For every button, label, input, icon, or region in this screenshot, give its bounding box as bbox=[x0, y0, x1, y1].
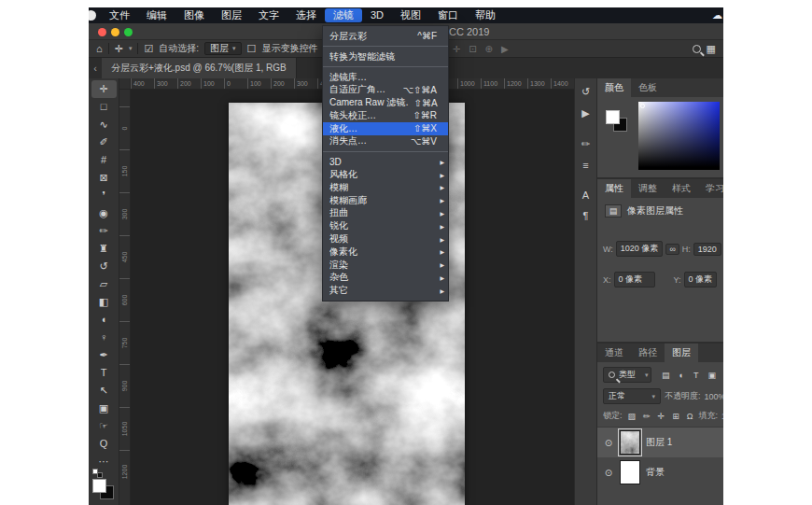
fill-value[interactable]: 100% bbox=[721, 412, 723, 421]
color-gradient-picker[interactable] bbox=[638, 102, 720, 170]
filter-menu-item[interactable]: 模糊画廊 ▶ bbox=[323, 194, 448, 207]
chevron-down-icon[interactable]: ▾ bbox=[129, 45, 133, 52]
quick-selection-tool-icon[interactable]: ✐ bbox=[91, 133, 117, 151]
filter-menu-item[interactable]: 分层云彩 ^⌘F bbox=[323, 30, 448, 43]
menubar-item[interactable]: 帮助 bbox=[467, 8, 504, 22]
healing-brush-tool-icon[interactable]: ◉ bbox=[91, 204, 117, 222]
search-icon[interactable] bbox=[693, 45, 701, 53]
filter-menu-item[interactable]: Camera Raw 滤镜… ⇧⌘A bbox=[323, 96, 448, 109]
clone-source-panel-icon[interactable]: ≡ bbox=[578, 160, 595, 171]
filter-menu-item[interactable]: 视频 ▶ bbox=[323, 232, 448, 245]
workspace-switcher-icon[interactable]: ▦ bbox=[707, 43, 716, 55]
layer-name[interactable]: 图层 1 bbox=[646, 436, 672, 449]
menubar-item[interactable]: 编辑 bbox=[138, 8, 175, 22]
close-window-button[interactable] bbox=[98, 28, 106, 36]
filter-menu-item[interactable]: 自适应广角… ⌥⇧⌘A bbox=[323, 83, 448, 96]
layer-thumbnail[interactable] bbox=[620, 430, 640, 455]
foreground-color-swatch[interactable] bbox=[606, 110, 620, 124]
blur-tool-icon[interactable]: ◖ bbox=[91, 311, 117, 329]
zoom-window-button[interactable] bbox=[124, 28, 133, 36]
menubar-item[interactable]: 文字 bbox=[250, 8, 287, 22]
panel-tab[interactable]: 通道 bbox=[597, 344, 631, 362]
filter-menu-item[interactable]: 模糊 ▶ bbox=[323, 181, 448, 194]
pen-tool-icon[interactable]: ✒ bbox=[91, 346, 117, 364]
brush-settings-panel-icon[interactable]: ✏ bbox=[578, 138, 595, 150]
layer-thumbnail[interactable] bbox=[620, 460, 640, 484]
home-icon[interactable]: ⌂ bbox=[96, 43, 103, 54]
lasso-tool-icon[interactable]: ∿ bbox=[91, 116, 117, 133]
menubar-item[interactable]: 图层 bbox=[213, 8, 250, 22]
layer-row[interactable]: ⊙ 背景 bbox=[597, 457, 723, 487]
y-field[interactable]: 0 像素 bbox=[684, 272, 718, 288]
move-tool-icon[interactable]: ✛ bbox=[91, 80, 117, 98]
filter-image-icon[interactable]: ▤ bbox=[662, 371, 670, 380]
menubar-item[interactable]: 图像 bbox=[175, 8, 213, 22]
swap-colors-icon[interactable] bbox=[97, 472, 103, 478]
lock-artboard-icon[interactable]: ⊞ bbox=[672, 412, 679, 421]
filter-menu-item[interactable] bbox=[323, 151, 448, 152]
lock-all-icon[interactable]: Ω bbox=[687, 412, 693, 421]
panel-tab[interactable]: 学习 bbox=[698, 179, 723, 198]
marquee-tool-icon[interactable]: □ bbox=[91, 98, 117, 116]
blend-mode-dropdown[interactable]: 正常 ▾ bbox=[603, 388, 661, 404]
layer-row[interactable]: ⊙ 图层 1 bbox=[597, 428, 723, 457]
layer-filter-dropdown[interactable]: 类型 ▾ bbox=[603, 367, 651, 383]
filter-menu-item[interactable]: 锐化 ▶ bbox=[323, 219, 448, 232]
filter-menu-item[interactable]: 液化… ⇧⌘X bbox=[323, 122, 448, 135]
panel-tab[interactable]: 颜色 bbox=[597, 78, 631, 97]
visibility-eye-icon[interactable]: ⊙ bbox=[603, 438, 614, 448]
menubar-item[interactable]: 3D bbox=[362, 8, 392, 22]
filter-menu-item[interactable]: 像素化 ▶ bbox=[323, 245, 448, 259]
panel-tab[interactable]: 样式 bbox=[665, 179, 698, 198]
filter-menu-item[interactable]: 扭曲 ▶ bbox=[323, 207, 448, 220]
path-selection-tool-icon[interactable]: ↖ bbox=[91, 382, 117, 400]
auto-select-checkbox[interactable]: ☑ bbox=[144, 43, 153, 55]
gradient-tool-icon[interactable]: ◧ bbox=[91, 293, 117, 311]
filter-menu-item[interactable] bbox=[323, 66, 448, 67]
move-tool-preset-icon[interactable]: ✛ bbox=[115, 43, 123, 55]
clone-stamp-tool-icon[interactable]: ♜ bbox=[91, 240, 117, 258]
document-tab[interactable]: 分层云彩+液化.psd @ 66.7%(图层 1, RGB bbox=[102, 58, 297, 78]
filter-menu-item[interactable]: 镜头校正… ⇧⌘R bbox=[323, 109, 448, 122]
lock-paint-icon[interactable]: ✏ bbox=[643, 412, 651, 421]
link-dimensions-icon[interactable]: ∞ bbox=[665, 244, 679, 255]
dodge-tool-icon[interactable]: ♀ bbox=[91, 329, 117, 346]
layer-name[interactable]: 背景 bbox=[646, 466, 665, 479]
eyedropper-tool-icon[interactable]: ❜ bbox=[91, 187, 117, 204]
filter-type-icon[interactable]: T bbox=[693, 371, 699, 380]
lock-move-icon[interactable]: ✛ bbox=[658, 412, 665, 421]
cloud-sync-icon[interactable]: ☁ bbox=[712, 9, 722, 21]
glyphs-panel-icon[interactable]: A bbox=[578, 189, 595, 201]
panel-tab[interactable]: 图层 bbox=[665, 344, 698, 362]
filter-menu-item[interactable]: 滤镜库… bbox=[323, 71, 448, 84]
shape-tool-icon[interactable]: ▣ bbox=[91, 400, 117, 417]
menubar-item[interactable]: 视图 bbox=[392, 8, 429, 22]
menubar-item[interactable]: 选择 bbox=[287, 8, 325, 22]
menubar-item[interactable]: 文件 bbox=[101, 8, 138, 22]
width-field[interactable]: 1020 像素 bbox=[616, 241, 664, 257]
opacity-value[interactable]: 100% bbox=[705, 392, 723, 401]
filter-menu-item[interactable]: 其它 ▶ bbox=[323, 284, 448, 297]
height-field[interactable]: 1920 bbox=[693, 243, 721, 256]
lock-transparency-icon[interactable]: ▨ bbox=[628, 412, 637, 421]
paragraph-panel-icon[interactable]: ¶ bbox=[578, 210, 595, 221]
auto-select-dropdown[interactable]: 图层 ▾ bbox=[204, 42, 242, 55]
tab-scroll-icon[interactable]: ‹ bbox=[89, 58, 102, 78]
history-brush-tool-icon[interactable]: ↺ bbox=[91, 258, 117, 275]
filter-shape-icon[interactable]: ▣ bbox=[707, 371, 716, 380]
crop-tool-icon[interactable]: # bbox=[91, 151, 117, 169]
filter-adjustment-icon[interactable]: ◐ bbox=[679, 371, 684, 380]
hand-tool-icon[interactable]: ☞ bbox=[91, 417, 117, 435]
type-tool-icon[interactable]: T bbox=[91, 364, 117, 382]
visibility-eye-icon[interactable]: ⊙ bbox=[603, 468, 614, 478]
filter-menu-item[interactable]: 3D ▶ bbox=[323, 155, 448, 168]
panel-tab[interactable]: 属性 bbox=[597, 179, 631, 198]
minimize-window-button[interactable] bbox=[111, 28, 119, 36]
frame-tool-icon[interactable]: ⊠ bbox=[91, 169, 117, 187]
history-panel-icon[interactable]: ↺ bbox=[578, 86, 595, 98]
menubar-item[interactable]: 滤镜 bbox=[325, 8, 362, 22]
filter-menu-item[interactable]: 渲染 ▶ bbox=[323, 259, 448, 272]
filter-menu-item[interactable]: 风格化 ▶ bbox=[323, 168, 448, 181]
brush-tool-icon[interactable]: ✏ bbox=[91, 222, 117, 240]
menubar-item[interactable]: 窗口 bbox=[429, 8, 467, 22]
